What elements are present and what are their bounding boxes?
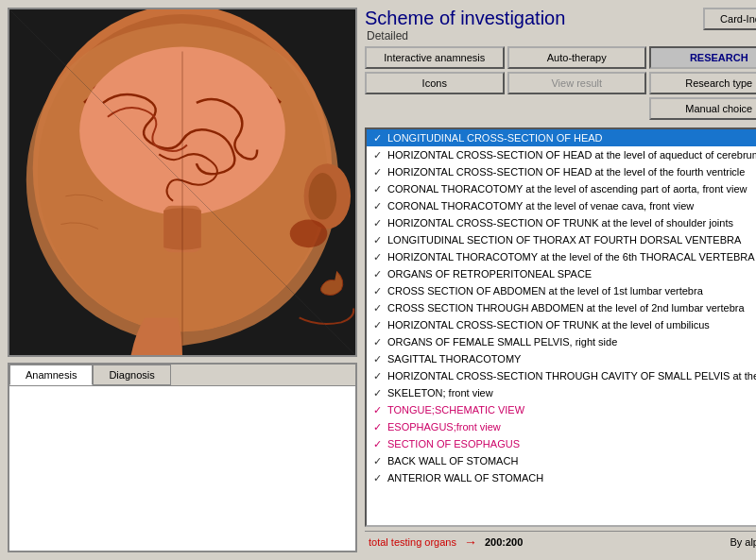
list-item[interactable]: ✓ CORONAL THORACOTOMY at the level of as… <box>367 180 756 197</box>
card-index-button[interactable]: Card-Index <box>703 8 756 30</box>
checkbox: ✓ <box>370 199 384 212</box>
list-item[interactable]: ✓ SAGITTAL THORACOTOMY <box>367 350 756 367</box>
checkbox: ✓ <box>370 318 384 331</box>
list-item[interactable]: ✓ BACK WALL OF STOMACH <box>367 452 756 469</box>
right-panel: Scheme of investigation Detailed Card-In… <box>365 8 756 552</box>
tab-diagnosis[interactable]: Diagnosis <box>93 365 170 385</box>
checkbox: ✓ <box>370 437 384 450</box>
status-count: 200:200 <box>485 536 523 548</box>
tab-row: Anamnesis Diagnosis <box>9 365 355 386</box>
checkbox: ✓ <box>370 267 384 280</box>
interactive-anamnesis-button[interactable]: Interactive anamnesis <box>365 46 505 69</box>
main-container: Anamnesis Diagnosis Scheme of investigat… <box>0 0 756 560</box>
checkbox: ✓ <box>370 403 384 416</box>
checkbox: ✓ <box>370 216 384 229</box>
tab-anamnesis[interactable]: Anamnesis <box>9 365 93 385</box>
tab-content-area <box>9 386 355 551</box>
title-block: Scheme of investigation Detailed <box>365 8 565 42</box>
checkbox: ✓ <box>370 233 384 246</box>
anatomy-image-area <box>8 8 357 357</box>
status-label: total testing organs <box>369 536 456 548</box>
view-result-button[interactable]: View result <box>507 72 647 94</box>
page-title: Scheme of investigation <box>365 8 565 29</box>
list-item[interactable]: ✓ ESOPHAGUS;front view <box>367 418 756 435</box>
checkbox: ✓ <box>370 386 384 399</box>
list-container: ✓ LONGITUDINAL CROSS-SECTION OF HEAD ✓ H… <box>365 127 756 527</box>
list-item[interactable]: ✓ ORGANS OF FEMALE SMALL PELVIS, right s… <box>367 333 756 350</box>
bottom-left-panel: Anamnesis Diagnosis <box>8 363 357 552</box>
list-item[interactable]: ✓ HORIZONTAL CROSS-SECTION OF TRUNK at t… <box>367 214 756 231</box>
checkbox: ✓ <box>370 182 384 195</box>
brain-illustration <box>9 9 355 355</box>
auto-therapy-button[interactable]: Auto-therapy <box>507 46 647 69</box>
list-item[interactable]: ✓ ORGANS OF RETROPERITONEAL SPACE <box>367 265 756 282</box>
header-row: Scheme of investigation Detailed Card-In… <box>365 8 756 42</box>
list-item[interactable]: ✓ LONGITUDINAL CROSS-SECTION OF HEAD <box>367 129 756 146</box>
list-item[interactable]: ✓ HORIZONTAL CROSS-SECTION OF HEAD at th… <box>367 146 756 163</box>
svg-point-6 <box>309 173 337 219</box>
checkbox: ✓ <box>370 165 384 178</box>
list-item[interactable]: ✓ SECTION OF ESOPHAGUS <box>367 435 756 452</box>
page-subtitle: Detailed <box>367 29 565 42</box>
research-button[interactable]: RESEARCH <box>649 46 756 69</box>
research-type-button[interactable]: Research type <box>649 72 756 94</box>
list-item[interactable]: ✓ HORIZONTAL CROSS-SECTION THROUGH CAVIT… <box>367 367 756 384</box>
manual-choice-button[interactable]: Manual choice <box>649 97 756 120</box>
list-item[interactable]: ✓ CROSS SECTION OF ABDOMEN at the level … <box>367 282 756 299</box>
checkbox: ✓ <box>370 148 384 161</box>
icons-button[interactable]: Icons <box>365 72 505 94</box>
list-item[interactable]: ✓ TONGUE;SCHEMATIC VIEW <box>367 401 756 418</box>
checkbox: ✓ <box>370 301 384 314</box>
checkbox: ✓ <box>370 352 384 365</box>
checkbox: ✓ <box>370 250 384 263</box>
status-bar: total testing organs → 200:200 By alphab… <box>365 531 756 552</box>
checkbox: ✓ <box>370 335 384 348</box>
list-item[interactable]: ✓ LONGITUDINAL SECTION OF THORAX AT FOUR… <box>367 231 756 248</box>
left-panel: Anamnesis Diagnosis <box>8 8 357 552</box>
sort-label[interactable]: By alphabet <box>730 536 756 548</box>
list-item[interactable]: ✓ SKELETON; front view <box>367 384 756 401</box>
checkbox: ✓ <box>370 471 384 484</box>
list-inner[interactable]: ✓ LONGITUDINAL CROSS-SECTION OF HEAD ✓ H… <box>367 129 756 525</box>
checkbox: ✓ <box>370 369 384 382</box>
checkbox: ✓ <box>370 420 384 433</box>
toolbar: Interactive anamnesis Auto-therapy RESEA… <box>365 46 756 120</box>
checkbox: ✓ <box>370 131 384 144</box>
svg-point-7 <box>290 220 328 248</box>
list-item[interactable]: ✓ HORIZONTAL CROSS-SECTION OF HEAD at th… <box>367 163 756 180</box>
list-item[interactable]: ✓ CROSS SECTION THROUGH ABDOMEN at the l… <box>367 299 756 316</box>
list-item[interactable]: ✓ HORIZONTAL CROSS-SECTION OF TRUNK at t… <box>367 316 756 333</box>
list-item[interactable]: ✓ ANTERIOR WALL OF STOMACH <box>367 469 756 486</box>
status-arrow-icon: → <box>464 535 477 550</box>
checkbox: ✓ <box>370 284 384 297</box>
list-item[interactable]: ✓ CORONAL THORACOTOMY at the level of ve… <box>367 197 756 214</box>
list-item[interactable]: ✓ HORIZONTAL THORACOTOMY at the level of… <box>367 248 756 265</box>
checkbox: ✓ <box>370 454 384 467</box>
